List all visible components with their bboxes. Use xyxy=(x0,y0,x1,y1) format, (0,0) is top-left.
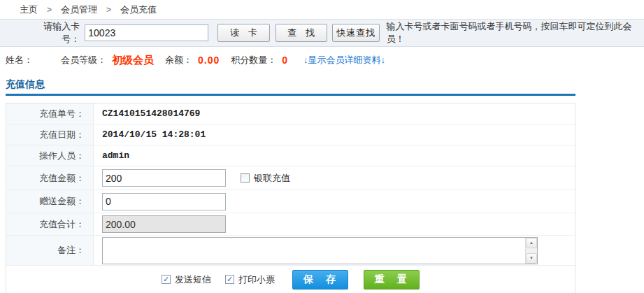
read-card-button[interactable]: 读 卡 xyxy=(217,24,269,42)
form-footer-row: ✓ 发送短信 ✓ 打印小票 保 存 重 置 xyxy=(6,266,575,293)
member-level-label: 会员等级： xyxy=(61,54,106,66)
points-value: 0 xyxy=(282,55,288,66)
remark-label: 备注： xyxy=(6,236,94,265)
order-number-row: 充值单号： CZ1410151428014769 xyxy=(6,103,575,124)
card-search-bar: 请输入卡号： 读 卡 查 找 快速查找 输入卡号或者卡面号码或者手机号码，按回车… xyxy=(0,19,644,47)
operator-label: 操作人员： xyxy=(6,145,94,166)
print-ticket-checkbox[interactable]: ✓ xyxy=(225,275,234,284)
recharge-amount-input[interactable] xyxy=(102,169,226,187)
search-hint-text: 输入卡号或者卡面号码或者手机号码，按回车即可定位到此会员！ xyxy=(386,20,644,45)
recharge-amount-row: 充值金额： 银联充值 xyxy=(6,166,575,190)
breadcrumb-separator-icon: > xyxy=(47,5,52,15)
card-number-label: 请输入卡号： xyxy=(28,20,80,45)
order-number-label: 充值单号： xyxy=(6,103,94,124)
recharge-total-field xyxy=(102,215,226,233)
recharge-date-label: 充值日期： xyxy=(6,124,94,145)
recharge-date-row: 充值日期： 2014/10/15 14:28:01 xyxy=(6,124,575,145)
reset-button[interactable]: 重 置 xyxy=(364,270,420,290)
recharge-form: 充值单号： CZ1410151428014769 充值日期： 2014/10/1… xyxy=(6,103,575,293)
member-info-bar: 姓名： 会员等级： 初级会员 余额： 0.00 积分数量： 0 ↓显示会员详细资… xyxy=(0,47,644,73)
send-sms-label: 发送短信 xyxy=(175,273,211,286)
order-number-value: CZ1410151428014769 xyxy=(102,108,200,119)
card-number-input[interactable] xyxy=(85,24,208,41)
unionpay-label: 银联充值 xyxy=(254,172,290,185)
name-label: 姓名： xyxy=(6,54,33,66)
section-title-underline xyxy=(6,94,575,96)
send-sms-checkbox[interactable]: ✓ xyxy=(162,275,171,284)
gift-amount-label: 赠送金额： xyxy=(6,190,94,213)
unionpay-checkbox[interactable] xyxy=(241,173,250,183)
balance-value: 0.00 xyxy=(198,55,220,66)
quick-find-button[interactable]: 快速查找 xyxy=(332,24,380,42)
find-button[interactable]: 查 找 xyxy=(276,24,327,42)
remark-row: 备注： ▲ ▼ xyxy=(6,236,575,266)
balance-label: 余额： xyxy=(165,54,192,66)
recharge-date-value: 2014/10/15 14:28:01 xyxy=(102,129,206,140)
remark-textarea-frame: ▲ ▼ xyxy=(102,237,538,264)
save-button[interactable]: 保 存 xyxy=(292,270,348,290)
gift-amount-input[interactable] xyxy=(102,193,226,210)
recharge-amount-label: 充值金额： xyxy=(6,166,94,190)
breadcrumb-home[interactable]: 主页 xyxy=(20,3,38,16)
breadcrumb-member-management[interactable]: 会员管理 xyxy=(61,3,97,16)
show-member-detail-link[interactable]: ↓显示会员详细资料↓ xyxy=(303,54,385,66)
recharge-total-label: 充值合计： xyxy=(6,213,94,235)
scroll-up-icon[interactable]: ▲ xyxy=(526,238,537,248)
gift-amount-row: 赠送金额： xyxy=(6,190,575,213)
breadcrumb: 主页 > 会员管理 > 会员充值 xyxy=(0,0,644,19)
recharge-section-title: 充值信息 xyxy=(6,78,644,91)
operator-row: 操作人员： admin xyxy=(6,145,575,166)
remark-scrollbar[interactable]: ▲ ▼ xyxy=(525,238,537,264)
remark-textarea[interactable] xyxy=(103,238,525,264)
points-label: 积分数量： xyxy=(231,54,276,66)
recharge-total-row: 充值合计： xyxy=(6,213,575,236)
member-level-value: 初级会员 xyxy=(112,54,154,67)
breadcrumb-separator-icon: > xyxy=(106,5,111,15)
operator-value: admin xyxy=(102,150,129,161)
print-ticket-label: 打印小票 xyxy=(238,273,275,286)
scroll-down-icon[interactable]: ▼ xyxy=(526,253,537,264)
breadcrumb-member-recharge[interactable]: 会员充值 xyxy=(120,3,157,16)
